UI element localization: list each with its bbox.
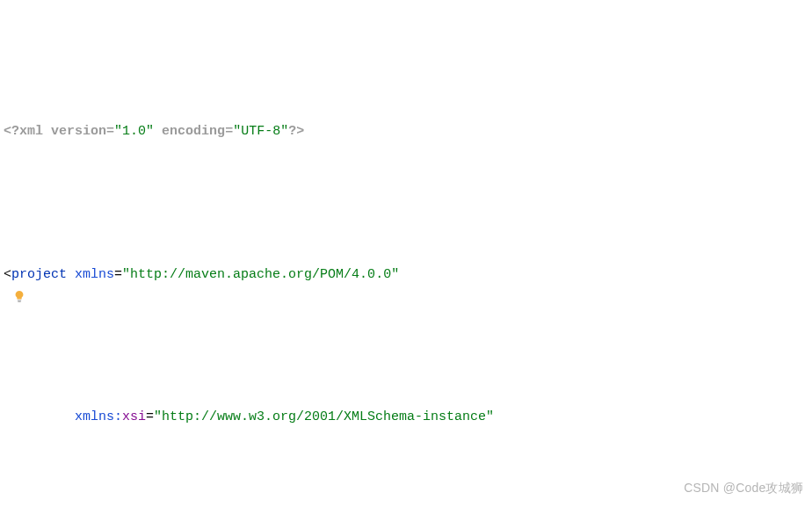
pi-name: xml (19, 124, 43, 139)
attr-xmlns: xmlns (75, 267, 114, 282)
attr-version: version (51, 124, 106, 139)
pi-close: ?> (288, 124, 304, 139)
pi-open: <? (4, 124, 19, 139)
val-xmlnsxsi: "http://www.w3.org/2001/XMLSchema-instan… (154, 409, 494, 424)
code-line[interactable]: <project xmlns="http://maven.apache.org/… (4, 261, 812, 290)
val-version: "1.0" (114, 124, 154, 139)
code-line[interactable]: xmlns:xsi="http://www.w3.org/2001/XMLSch… (4, 403, 812, 432)
tag-project: project (11, 267, 67, 282)
attr-xmlnsxsi-local: xsi (122, 409, 146, 424)
watermark-text: CSDN @Code攻城狮 (684, 474, 803, 503)
code-editor[interactable]: <?xml version="1.0" encoding="UTF-8"?> <… (4, 4, 812, 507)
val-xmlns: "http://maven.apache.org/POM/4.0.0" (122, 267, 399, 282)
val-encoding: "UTF-8" (233, 124, 288, 139)
attr-encoding: encoding (162, 124, 225, 139)
code-line[interactable]: <?xml version="1.0" encoding="UTF-8"?> (4, 118, 812, 147)
attr-xmlnsxsi-prefix: xmlns: (75, 409, 122, 424)
